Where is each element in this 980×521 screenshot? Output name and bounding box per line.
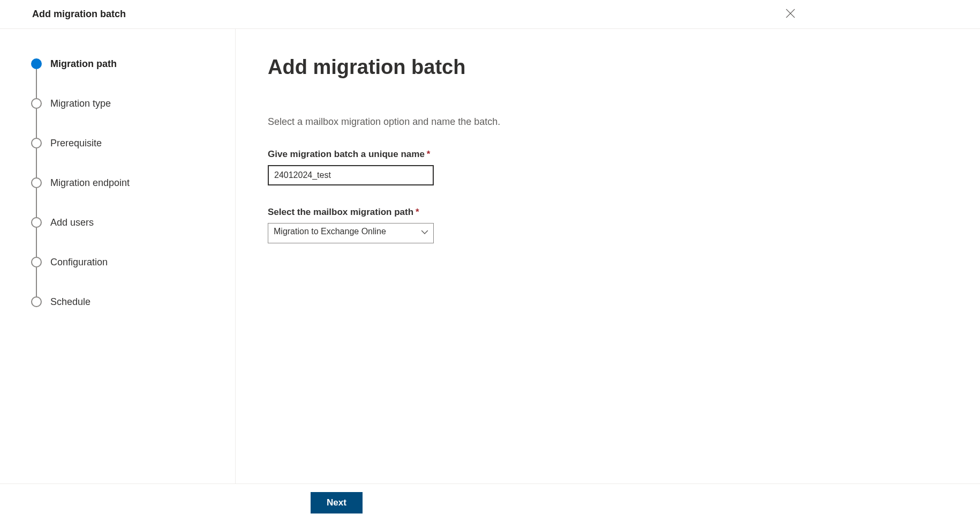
migration-path-label: Select the mailbox migration path* <box>268 207 980 218</box>
migration-path-select[interactable]: Migration to Exchange Online <box>268 223 434 243</box>
dialog-footer: Next <box>0 483 980 521</box>
step-prerequisite[interactable]: Prerequisite <box>31 138 235 177</box>
step-marker-icon <box>31 217 42 228</box>
dialog-header: Add migration batch <box>0 0 980 29</box>
step-connector <box>36 188 37 217</box>
step-connector <box>36 69 37 98</box>
step-marker-icon <box>31 98 42 109</box>
step-configuration[interactable]: Configuration <box>31 257 235 296</box>
close-button[interactable] <box>780 4 801 25</box>
step-migration-type[interactable]: Migration type <box>31 98 235 138</box>
step-label: Add users <box>50 217 94 228</box>
step-migration-endpoint[interactable]: Migration endpoint <box>31 177 235 217</box>
required-indicator: * <box>427 149 431 159</box>
required-indicator: * <box>416 207 419 217</box>
step-migration-path[interactable]: Migration path <box>31 58 235 98</box>
step-label: Configuration <box>50 257 108 267</box>
step-list: Migration path Migration type Prerequisi… <box>31 58 235 307</box>
migration-path-group: Select the mailbox migration path* Migra… <box>268 207 980 243</box>
step-marker-icon <box>31 138 42 148</box>
step-label: Migration endpoint <box>50 177 130 188</box>
main-panel: Add migration batch Select a mailbox mig… <box>236 29 980 483</box>
batch-name-group: Give migration batch a unique name* <box>268 149 980 185</box>
step-connector <box>36 148 37 177</box>
step-marker-icon <box>31 58 42 69</box>
batch-name-input[interactable] <box>268 165 434 185</box>
dialog-title: Add migration batch <box>32 9 126 20</box>
step-add-users[interactable]: Add users <box>31 217 235 257</box>
step-marker-icon <box>31 296 42 307</box>
content-wrapper: Migration path Migration type Prerequisi… <box>0 29 980 483</box>
close-icon <box>786 9 795 20</box>
step-connector <box>36 109 37 138</box>
step-connector <box>36 228 37 257</box>
migration-path-label-text: Select the mailbox migration path <box>268 207 413 217</box>
step-label: Schedule <box>50 296 91 307</box>
batch-name-label: Give migration batch a unique name* <box>268 149 980 160</box>
page-title: Add migration batch <box>268 56 980 79</box>
wizard-sidebar: Migration path Migration type Prerequisi… <box>0 29 236 483</box>
migration-path-select-wrapper: Migration to Exchange Online <box>268 223 434 243</box>
step-schedule[interactable]: Schedule <box>31 296 235 307</box>
page-subtitle: Select a mailbox migration option and na… <box>268 116 980 128</box>
next-button[interactable]: Next <box>311 492 363 513</box>
step-label: Prerequisite <box>50 138 102 148</box>
step-connector <box>36 267 37 296</box>
step-marker-icon <box>31 257 42 267</box>
step-label: Migration type <box>50 98 111 109</box>
batch-name-label-text: Give migration batch a unique name <box>268 149 425 159</box>
step-label: Migration path <box>50 58 117 69</box>
step-marker-icon <box>31 177 42 188</box>
